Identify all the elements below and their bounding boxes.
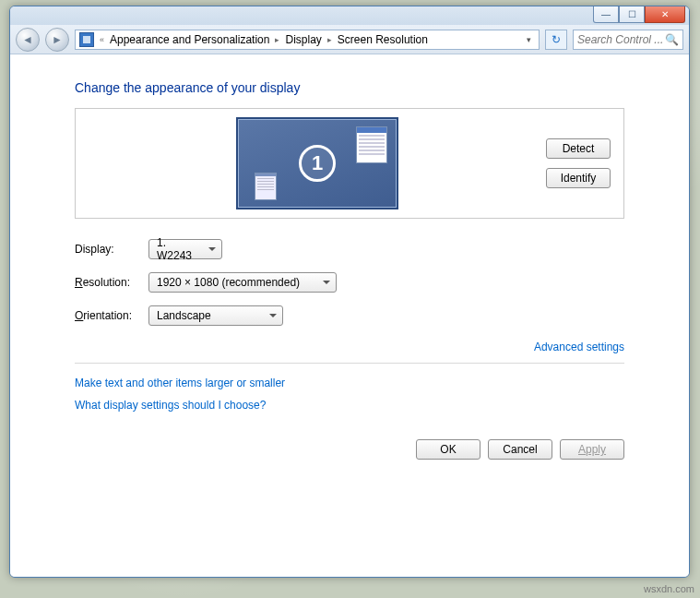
display-settings-form: Display: 1. W2243 Resolution: 1920 × 108…	[75, 239, 624, 326]
dialog-buttons: OK Cancel Apply	[75, 439, 624, 460]
search-placeholder: Search Control ...	[577, 33, 663, 46]
close-button[interactable]: ✕	[645, 6, 685, 23]
monitor-preview-center: 1	[89, 117, 546, 209]
crumb-prefix: «	[100, 35, 104, 44]
preview-window-icon	[255, 173, 277, 200]
control-panel-icon	[79, 32, 94, 47]
advanced-settings-row: Advanced settings	[75, 341, 624, 353]
control-panel-window: — ☐ ✕ ◄ ► « Appearance and Personalizati…	[9, 6, 690, 578]
minimize-button[interactable]: —	[593, 6, 619, 23]
detect-button[interactable]: Detect	[546, 138, 611, 159]
chevron-icon: ▸	[275, 35, 279, 44]
cancel-button[interactable]: Cancel	[488, 439, 552, 460]
watermark: wsxdn.com	[644, 583, 694, 594]
apply-button[interactable]: Apply	[560, 439, 624, 460]
page-title: Change the appearance of your display	[75, 80, 624, 95]
address-bar[interactable]: « Appearance and Personalization ▸ Displ…	[75, 30, 540, 50]
label-display: Display:	[75, 243, 148, 256]
identify-button[interactable]: Identify	[546, 168, 611, 188]
monitor-number-badge: 1	[299, 145, 336, 182]
monitor-preview-pane: 1 Detect Identify	[75, 108, 624, 219]
link-advanced-settings[interactable]: Advanced settings	[534, 341, 624, 353]
row-display: Display: 1. W2243	[75, 239, 624, 259]
crumb-screen-resolution[interactable]: Screen Resolution	[338, 33, 428, 46]
combo-display[interactable]: 1. W2243	[148, 239, 222, 259]
back-button[interactable]: ◄	[16, 28, 40, 52]
combo-resolution[interactable]: 1920 × 1080 (recommended)	[148, 272, 337, 293]
ok-button[interactable]: OK	[416, 439, 481, 460]
row-orientation: Orientation: Landscape	[75, 305, 624, 326]
combo-orientation[interactable]: Landscape	[148, 305, 283, 326]
address-dropdown-icon[interactable]: ▾	[523, 35, 535, 44]
label-orientation: Orientation:	[75, 309, 148, 322]
maximize-button[interactable]: ☐	[619, 6, 645, 23]
search-input[interactable]: Search Control ... 🔍	[573, 30, 683, 50]
link-text-size[interactable]: Make text and other items larger or smal…	[75, 377, 285, 389]
search-icon: 🔍	[665, 33, 679, 46]
preview-window-icon	[356, 126, 387, 163]
link-which-settings[interactable]: What display settings should I choose?	[75, 399, 266, 412]
refresh-button[interactable]: ↻	[545, 30, 567, 50]
row-resolution: Resolution: 1920 × 1080 (recommended)	[75, 272, 624, 293]
crumb-appearance[interactable]: Appearance and Personalization	[110, 33, 269, 46]
monitor-side-buttons: Detect Identify	[546, 138, 611, 188]
content-area: Change the appearance of your display 1 …	[10, 54, 689, 577]
divider	[75, 363, 624, 364]
chevron-icon: ▸	[327, 35, 332, 44]
window-titlebar: — ☐ ✕	[10, 6, 689, 25]
crumb-display[interactable]: Display	[285, 33, 321, 46]
label-resolution: Resolution:	[75, 276, 148, 289]
help-links: Make text and other items larger or smal…	[75, 377, 624, 412]
window-controls: — ☐ ✕	[593, 6, 685, 23]
forward-button[interactable]: ►	[45, 28, 69, 52]
navigation-bar: ◄ ► « Appearance and Personalization ▸ D…	[10, 25, 689, 54]
monitor-1-preview[interactable]: 1	[236, 117, 398, 209]
